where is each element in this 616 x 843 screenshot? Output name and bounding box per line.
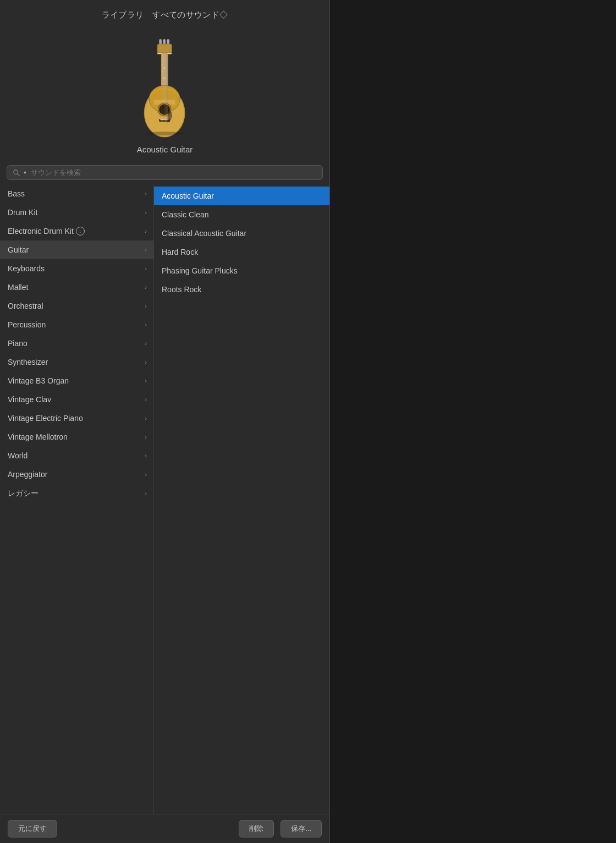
- category-item[interactable]: Guitar›: [0, 240, 153, 259]
- category-item[interactable]: Keyboards›: [0, 259, 153, 278]
- subcategory-item-label: Classical Acoustic Guitar: [162, 229, 246, 238]
- chevron-right-icon: ›: [145, 415, 147, 421]
- category-item-label: Mallet: [8, 283, 145, 292]
- instrument-name-label: Acoustic Guitar: [137, 145, 193, 154]
- chevron-right-icon: ›: [145, 190, 147, 197]
- subcategory-item[interactable]: Acoustic Guitar: [154, 187, 329, 205]
- chevron-right-icon: ›: [145, 452, 147, 459]
- category-item[interactable]: Vintage Electric Piano›: [0, 409, 153, 428]
- guitar-svg: [127, 34, 204, 139]
- subcategory-item[interactable]: Classic Clean: [154, 205, 329, 224]
- chevron-right-icon: ›: [145, 303, 147, 309]
- search-bar[interactable]: ▾: [7, 165, 323, 180]
- chevron-right-icon: ›: [145, 209, 147, 216]
- chevron-right-icon: ›: [145, 228, 147, 234]
- subcategory-item-label: Acoustic Guitar: [162, 191, 214, 200]
- chevron-right-icon: ›: [145, 284, 147, 291]
- category-item[interactable]: Vintage B3 Organ›: [0, 371, 153, 390]
- chevron-right-icon: ›: [145, 471, 147, 478]
- search-icon: [13, 169, 20, 177]
- subcategory-item-label: Hard Rock: [162, 248, 198, 256]
- content-area: Bass›Drum Kit› Electronic Drum Kit ↓ ›Gu…: [0, 184, 329, 814]
- revert-button[interactable]: 元に戻す: [8, 820, 57, 837]
- subcategory-item[interactable]: Roots Rock: [154, 280, 329, 299]
- category-item-label: Piano: [8, 339, 145, 348]
- category-item[interactable]: Orchestral›: [0, 297, 153, 315]
- category-item[interactable]: Piano›: [0, 334, 153, 353]
- category-item[interactable]: World›: [0, 446, 153, 465]
- chevron-right-icon: ›: [145, 340, 147, 347]
- header-title: ライブラリ すべてのサウンド◇: [102, 10, 228, 19]
- right-panel: [330, 0, 616, 843]
- category-item-label: Orchestral: [8, 302, 145, 310]
- chevron-right-icon: ›: [145, 377, 147, 384]
- category-item-label: Percussion: [8, 320, 145, 329]
- chevron-right-icon: ›: [145, 321, 147, 328]
- category-item[interactable]: Arpeggiator›: [0, 465, 153, 484]
- search-input[interactable]: [31, 168, 317, 177]
- delete-button[interactable]: 削除: [239, 820, 274, 837]
- category-item-label: レガシー: [8, 489, 145, 499]
- category-item-label: Arpeggiator: [8, 470, 145, 479]
- chevron-right-icon: ›: [145, 490, 147, 497]
- category-item[interactable]: Percussion›: [0, 315, 153, 334]
- category-item[interactable]: Vintage Clav›: [0, 390, 153, 409]
- category-item[interactable]: Vintage Mellotron›: [0, 428, 153, 446]
- category-item[interactable]: レガシー›: [0, 484, 153, 503]
- subcategory-item-label: Phasing Guitar Plucks: [162, 266, 238, 275]
- category-item-label: Vintage Clav: [8, 395, 145, 404]
- subcategory-item[interactable]: Hard Rock: [154, 243, 329, 261]
- instrument-display: Acoustic Guitar: [0, 26, 329, 162]
- bottom-bar: 元に戻す 削除 保存...: [0, 814, 329, 843]
- download-icon[interactable]: ↓: [76, 227, 85, 236]
- subcategory-item-label: Classic Clean: [162, 210, 209, 219]
- chevron-right-icon: ›: [145, 434, 147, 440]
- svg-point-21: [163, 77, 166, 79]
- svg-rect-6: [157, 44, 172, 54]
- instrument-image: [121, 31, 209, 141]
- category-item-label: Synthesizer: [8, 358, 145, 366]
- subcategory-item-label: Roots Rock: [162, 285, 201, 294]
- chevron-right-icon: ›: [145, 247, 147, 253]
- category-item-label: World: [8, 451, 145, 460]
- category-item[interactable]: Drum Kit›: [0, 203, 153, 222]
- category-item-label: Guitar: [8, 245, 145, 254]
- category-item-label: Vintage B3 Organ: [8, 376, 145, 385]
- category-item-label: Bass: [8, 189, 145, 198]
- subcategory-item[interactable]: Phasing Guitar Plucks: [154, 261, 329, 280]
- category-list: Bass›Drum Kit› Electronic Drum Kit ↓ ›Gu…: [0, 184, 154, 814]
- category-item[interactable]: Synthesizer›: [0, 353, 153, 371]
- library-header: ライブラリ すべてのサウンド◇: [0, 0, 329, 26]
- search-dropdown-arrow[interactable]: ▾: [24, 169, 26, 176]
- bottom-center-buttons: 削除 保存...: [239, 820, 322, 837]
- category-item-label: Vintage Electric Piano: [8, 414, 145, 423]
- category-item-label: Drum Kit: [8, 208, 145, 217]
- svg-line-41: [18, 173, 20, 176]
- subcategory-list: Acoustic GuitarClassic CleanClassical Ac…: [154, 184, 329, 814]
- library-panel: ライブラリ すべてのサウンド◇: [0, 0, 330, 843]
- category-item[interactable]: Bass›: [0, 184, 153, 203]
- category-item[interactable]: Mallet›: [0, 278, 153, 297]
- chevron-right-icon: ›: [145, 396, 147, 403]
- svg-point-39: [146, 132, 183, 135]
- chevron-right-icon: ›: [145, 359, 147, 365]
- category-item-label: Electronic Drum Kit: [8, 227, 74, 236]
- category-item-label: Keyboards: [8, 264, 145, 273]
- category-item[interactable]: Electronic Drum Kit ↓ ›: [0, 222, 153, 240]
- category-item-label: Vintage Mellotron: [8, 433, 145, 441]
- subcategory-item[interactable]: Classical Acoustic Guitar: [154, 224, 329, 243]
- chevron-right-icon: ›: [145, 265, 147, 272]
- save-button[interactable]: 保存...: [280, 820, 322, 837]
